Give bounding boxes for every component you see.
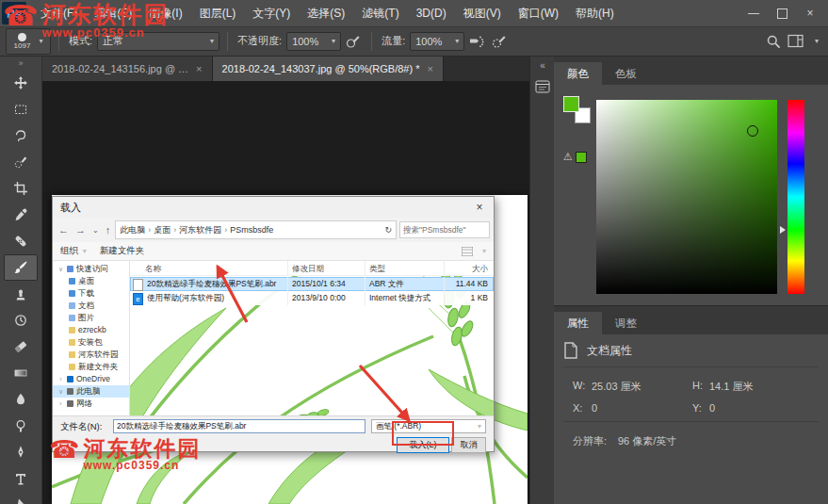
menu-edit[interactable]: 编辑(E) <box>86 0 140 26</box>
breadcrumb-current-folder[interactable]: PSmsbsdfe <box>230 225 273 235</box>
gamut-warning[interactable]: ⚠ <box>563 151 587 163</box>
close-icon[interactable]: × <box>427 63 432 74</box>
menu-3d[interactable]: 3D(D) <box>408 0 455 26</box>
crop-tool[interactable] <box>4 175 38 202</box>
spot-healing-brush-tool[interactable] <box>4 228 38 254</box>
hue-slider-marker[interactable] <box>780 226 786 234</box>
sidebar-network[interactable]: ›网络 <box>53 398 129 410</box>
file-date: 2013/9/10 0:00 <box>288 291 365 305</box>
brush-preset-picker[interactable]: 1097 ▾ <box>6 28 51 55</box>
address-bar[interactable]: 此电脑 › 桌面 › 河东软件园 › PSmsbsdfe ↻ <box>115 220 397 239</box>
sidebar-documents[interactable]: 文档 <box>53 300 129 312</box>
eraser-tool[interactable] <box>4 333 38 360</box>
breadcrumb-this-pc[interactable]: 此电脑 <box>120 224 145 236</box>
type-tool[interactable] <box>4 465 38 492</box>
flow-select[interactable]: 100% ▾ <box>410 32 464 51</box>
pressure-size-icon[interactable] <box>487 31 510 52</box>
sidebar-pictures[interactable]: 图片 <box>53 312 129 324</box>
search-input[interactable] <box>400 225 489 235</box>
sidebar-folder-new[interactable]: 新建文件夹 <box>53 361 129 373</box>
width-label: W: <box>573 380 585 391</box>
menu-select[interactable]: 选择(S) <box>299 0 353 26</box>
sidebar-onedrive[interactable]: ›OneDrive <box>53 373 129 385</box>
menu-view[interactable]: 视图(V) <box>455 0 510 26</box>
up-icon[interactable]: ↑ <box>104 224 113 236</box>
foreground-color-swatch[interactable] <box>563 96 579 112</box>
pen-tool[interactable] <box>4 439 38 465</box>
move-tool[interactable] <box>4 70 38 96</box>
tab-properties[interactable]: 属性 <box>554 312 602 334</box>
dialog-title-bar[interactable]: 载入 <box>53 197 494 218</box>
hue-slider[interactable] <box>787 100 804 294</box>
dodge-tool[interactable] <box>4 413 38 439</box>
menu-type[interactable]: 文字(Y) <box>244 0 299 26</box>
column-name[interactable]: 名称 <box>130 261 288 275</box>
pressure-opacity-icon[interactable] <box>341 31 364 52</box>
sidebar-downloads[interactable]: 下载 <box>53 287 129 300</box>
menu-image[interactable]: 图像(I) <box>140 0 190 26</box>
menu-file[interactable]: 文件(F) <box>32 0 86 26</box>
sidebar-folder-ezreckb[interactable]: ezreckb <box>53 324 129 336</box>
workspace-icon[interactable] <box>785 31 807 52</box>
view-options-icon[interactable] <box>462 247 473 256</box>
path-selection-tool[interactable] <box>4 492 38 504</box>
mode-select[interactable]: 正常 ▾ <box>97 32 219 51</box>
search-icon[interactable] <box>762 31 785 52</box>
tab-swatches[interactable]: 色板 <box>602 62 650 85</box>
document-tab-2[interactable]: 2018-02-24_143037.jpg @ 50%(RGB/8#) * × <box>213 57 444 81</box>
foreground-background-swatches[interactable] <box>563 96 593 126</box>
breadcrumb-folder[interactable]: 河东软件园 <box>179 224 221 236</box>
brush-tool[interactable] <box>4 254 38 281</box>
rectangular-marquee-tool[interactable] <box>4 96 38 122</box>
sidebar-folder-packages[interactable]: 安装包 <box>53 336 129 349</box>
tab-color[interactable]: 颜色 <box>554 62 602 85</box>
new-folder-button[interactable]: 新建文件夹 <box>100 245 145 257</box>
menu-help[interactable]: 帮助(H) <box>567 0 623 26</box>
column-date[interactable]: 修改日期 <box>288 261 365 275</box>
close-icon[interactable]: × <box>196 63 202 74</box>
load-button[interactable]: 载入(L) <box>397 437 449 453</box>
sidebar-desktop[interactable]: 桌面 <box>53 275 129 287</box>
toolbar-collapse-chevrons[interactable]: » <box>0 57 41 70</box>
search-box[interactable] <box>399 221 490 238</box>
minimize-button[interactable]: — <box>739 0 768 26</box>
expand-panels-chevrons[interactable]: « <box>530 60 555 71</box>
column-type[interactable]: 类型 <box>365 261 445 275</box>
blur-tool[interactable] <box>4 386 38 413</box>
close-button[interactable]: × <box>796 0 824 26</box>
refresh-icon[interactable]: ↻ <box>384 225 392 235</box>
airbrush-icon[interactable] <box>464 31 487 52</box>
document-tab-1[interactable]: 2018-02-24_143156.jpg @ … × <box>42 57 213 81</box>
collapsed-panel-icon[interactable] <box>535 80 550 93</box>
history-brush-tool[interactable] <box>4 307 38 333</box>
breadcrumb-desktop[interactable]: 桌面 <box>154 224 170 236</box>
menu-layer[interactable]: 图层(L) <box>191 0 245 26</box>
file-row-abr[interactable]: 20款精选绿手绘麦穗效果PS笔刷.abr 2015/10/1 6:34 ABR … <box>130 277 494 291</box>
back-icon[interactable]: ← <box>57 224 71 236</box>
sidebar-this-pc[interactable]: ∨此电脑 <box>53 385 129 398</box>
quick-selection-tool[interactable] <box>4 149 38 175</box>
lasso-tool[interactable] <box>4 122 38 149</box>
color-picker-marker[interactable] <box>747 125 758 137</box>
forward-icon[interactable]: → <box>73 224 88 236</box>
file-row-help[interactable]: e使用帮助(河东软件园) 2013/9/10 0:00 Internet 快捷方… <box>130 291 494 305</box>
eyedropper-tool[interactable] <box>4 202 38 228</box>
tab-adjustments[interactable]: 调整 <box>602 312 650 334</box>
column-size[interactable]: 大小 <box>445 261 494 275</box>
gamut-color-chip[interactable] <box>576 152 587 163</box>
organize-button[interactable]: 组织 ▾ <box>60 245 87 257</box>
history-dropdown-icon[interactable]: ⌄ <box>90 226 101 235</box>
eraser-icon <box>13 339 28 354</box>
opacity-select[interactable]: 100% ▾ <box>286 32 341 51</box>
cancel-button[interactable]: 取消 <box>451 437 486 453</box>
sidebar-folder-hedong[interactable]: 河东软件园 <box>53 349 129 361</box>
dialog-close-button[interactable]: × <box>465 197 494 218</box>
gradient-tool[interactable] <box>4 360 38 386</box>
clone-stamp-tool[interactable] <box>4 281 38 307</box>
menu-window[interactable]: 窗口(W) <box>510 0 567 26</box>
sidebar-quick-access[interactable]: ∨快速访问 <box>53 263 129 275</box>
menu-filter[interactable]: 滤镜(T) <box>353 0 407 26</box>
filename-input[interactable] <box>113 419 365 433</box>
restore-button[interactable] <box>768 0 796 26</box>
filetype-select[interactable]: 画笔 (*.ABR) ▾ <box>371 419 486 433</box>
